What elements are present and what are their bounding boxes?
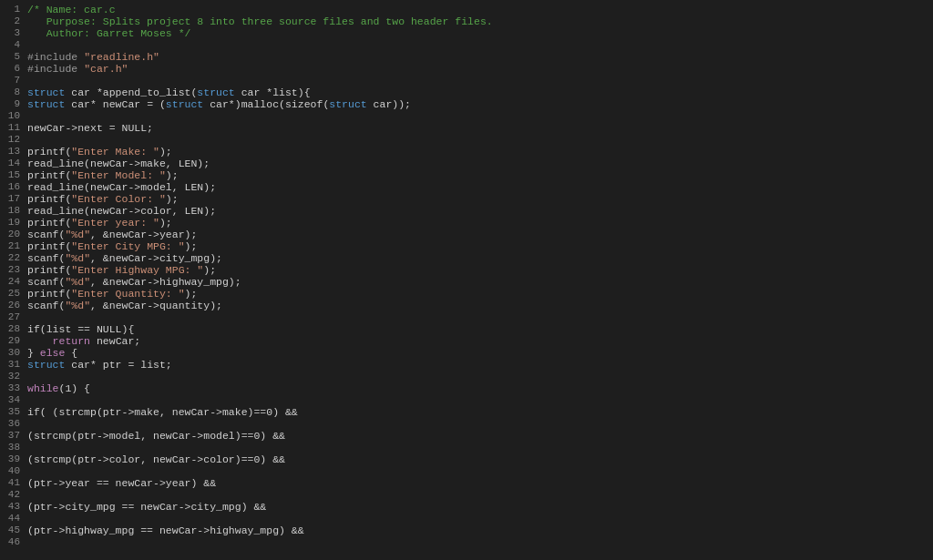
code-line: 17printf("Enter Color: "); [0,193,933,205]
line-content [27,465,34,477]
line-number: 34 [0,394,27,406]
line-content: (strcmp(ptr->color, newCar->color)==0) &… [27,453,285,465]
code-line: 14read_line(newCar->make, LEN); [0,158,933,169]
line-number: 20 [0,229,27,240]
code-line: 3 Author: Garret Moses */ [0,27,933,39]
line-number: 16 [0,181,27,193]
line-number: 7 [0,75,27,87]
line-number: 41 [0,477,27,489]
code-line: 44 [0,513,933,524]
code-line: 39(strcmp(ptr->color, newCar->color)==0)… [0,453,933,465]
line-content: scanf("%d", &newCar->year); [27,229,197,240]
line-number: 46 [0,536,27,548]
line-content: printf("Enter City MPG: "); [27,240,197,252]
line-number: 30 [0,347,27,359]
line-number: 1 [0,4,27,15]
code-line: 33while(1) { [0,382,933,394]
code-line: 37(strcmp(ptr->model, newCar->model)==0)… [0,430,933,442]
line-content [27,110,34,122]
code-line: 25printf("Enter Quantity: "); [0,288,933,300]
line-number: 45 [0,524,27,536]
code-line: 8struct car *append_to_list(struct car *… [0,87,933,98]
line-content: struct car *append_to_list(struct car *l… [27,87,311,98]
line-content: printf("Enter Color: "); [27,193,179,205]
line-content [27,489,34,501]
line-content: printf("Enter Highway MPG: "); [27,264,216,276]
line-number: 12 [0,134,27,146]
line-content [27,39,34,51]
line-content: newCar->next = NULL; [27,122,153,134]
code-line: 29 return newCar; [0,335,933,347]
code-line: 36 [0,418,933,430]
line-number: 44 [0,513,27,524]
line-content: read_line(newCar->model, LEN); [27,181,216,193]
line-content [27,442,34,453]
line-number: 21 [0,240,27,252]
line-content: while(1) { [27,382,90,394]
code-line: 27 [0,311,933,323]
code-line: 5#include "readline.h" [0,51,933,63]
code-line: 26scanf("%d", &newCar->quantity); [0,300,933,311]
code-line: 13printf("Enter Make: "); [0,146,933,158]
code-line: 45(ptr->highway_mpg == newCar->highway_m… [0,524,933,536]
code-line: 6#include "car.h" [0,63,933,75]
line-number: 22 [0,252,27,264]
line-number: 24 [0,276,27,288]
line-content: read_line(newCar->make, LEN); [27,158,210,169]
line-content [27,134,34,146]
code-line: 19printf("Enter year: "); [0,217,933,229]
line-number: 2 [0,15,27,27]
line-number: 19 [0,217,27,229]
line-content: if(list == NULL){ [27,323,134,335]
code-line: 15printf("Enter Model: "); [0,169,933,181]
code-line: 11newCar->next = NULL; [0,122,933,134]
code-line: 35if( (strcmp(ptr->make, newCar->make)==… [0,406,933,418]
code-line: 24scanf("%d", &newCar->highway_mpg); [0,276,933,288]
line-content: #include "car.h" [27,63,128,75]
line-number: 40 [0,465,27,477]
line-content: (ptr->city_mpg == newCar->city_mpg) && [27,501,266,513]
code-line: 32 [0,371,933,382]
line-content: (ptr->year == newCar->year) && [27,477,216,489]
line-content: return newCar; [27,335,140,347]
code-line: 10 [0,110,933,122]
line-content: (strcmp(ptr->model, newCar->model)==0) &… [27,430,285,442]
line-content: printf("Enter year: "); [27,217,172,229]
line-number: 28 [0,323,27,335]
code-line: 28if(list == NULL){ [0,323,933,335]
line-number: 5 [0,51,27,63]
code-line: 2 Purpose: Splits project 8 into three s… [0,15,933,27]
code-line: 34 [0,394,933,406]
line-number: 23 [0,264,27,276]
line-content: } else { [27,347,77,359]
line-content [27,418,34,430]
line-number: 39 [0,453,27,465]
line-content: scanf("%d", &newCar->city_mpg); [27,252,222,264]
line-number: 35 [0,406,27,418]
line-number: 15 [0,169,27,181]
code-line: 40 [0,465,933,477]
code-line: 30} else { [0,347,933,359]
line-number: 6 [0,63,27,75]
line-number: 27 [0,311,27,323]
line-number: 9 [0,98,27,110]
line-number: 3 [0,27,27,39]
code-line: 41(ptr->year == newCar->year) && [0,477,933,489]
line-content: (ptr->highway_mpg == newCar->highway_mpg… [27,524,304,536]
code-line: 4 [0,39,933,51]
code-line: 22scanf("%d", &newCar->city_mpg); [0,252,933,264]
line-content [27,75,34,87]
line-number: 8 [0,87,27,98]
line-number: 4 [0,39,27,51]
line-number: 36 [0,418,27,430]
line-number: 10 [0,110,27,122]
code-line: 12 [0,134,933,146]
line-content [27,371,34,382]
line-content: printf("Enter Quantity: "); [27,288,197,300]
code-line: 38 [0,442,933,453]
line-number: 13 [0,146,27,158]
line-number: 42 [0,489,27,501]
line-content: Author: Garret Moses */ [27,27,190,39]
line-number: 26 [0,300,27,311]
line-number: 43 [0,501,27,513]
